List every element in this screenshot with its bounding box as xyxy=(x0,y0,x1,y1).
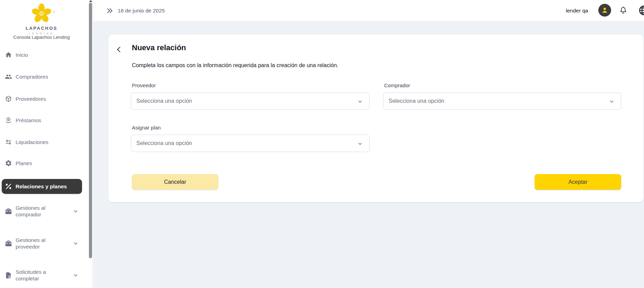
chevron-down-icon xyxy=(357,99,363,105)
sidebar-item-label: Planes xyxy=(16,160,32,166)
page-title: Nueva relación xyxy=(132,43,186,52)
sidebar-item-prestamos[interactable]: $ Préstamos xyxy=(0,113,88,127)
page-subtitle: Completa los campos con la información r… xyxy=(132,62,338,69)
sidebar-item-label: Relaciones y planes xyxy=(16,183,67,190)
scrollbar-thumb[interactable] xyxy=(89,3,92,258)
field-proveedor: Proveedor Selecciona una opción xyxy=(131,82,370,110)
sidebar-item-proveedores[interactable]: Proveedores xyxy=(0,92,88,106)
console-label: Consola Lapachos Lending xyxy=(0,35,83,40)
field-label-asignar-plan: Asignar plan xyxy=(132,125,370,130)
sidebar-item-inicio[interactable]: Inicio xyxy=(0,48,88,62)
field-label-proveedor: Proveedor xyxy=(132,82,370,88)
asignar-plan-select[interactable]: Selecciona una opción xyxy=(131,135,370,152)
briefcase-icon xyxy=(5,208,12,215)
svg-text:$: $ xyxy=(8,118,9,120)
sidebar-item-liquidaciones[interactable]: Liquidaciones xyxy=(0,135,88,149)
sidebar-item-planes[interactable]: Planes xyxy=(0,156,88,170)
sidebar-item-label: Préstamos xyxy=(16,117,41,124)
field-label-comprador: Comprador xyxy=(384,82,621,88)
cancel-button[interactable]: Cancelar xyxy=(132,174,218,190)
new-relation-card: Nueva relación Completa los campos con l… xyxy=(108,35,643,202)
field-asignar-plan: Asignar plan Selecciona una opción xyxy=(131,125,370,152)
main-content-area: Nueva relación Completa los campos con l… xyxy=(93,21,644,288)
back-chevron-icon[interactable] xyxy=(115,46,123,53)
field-comprador: Comprador Selecciona una opción xyxy=(383,82,621,110)
person-icon xyxy=(601,6,609,14)
chevron-down-icon xyxy=(73,241,79,246)
breadcrumb-date: 18 de junio de 2025 xyxy=(118,8,165,14)
user-avatar[interactable] xyxy=(598,4,611,17)
lapachos-flower-icon xyxy=(31,3,52,24)
sidebar-item-label: Proveedores xyxy=(16,96,46,102)
sidebar: ® LAPACHOS LENDING Consola Lapachos Lend… xyxy=(0,0,88,288)
users-icon xyxy=(5,73,12,80)
sidebar-item-compradores[interactable]: Compradores xyxy=(0,70,88,83)
sidebar-item-relaciones-y-planes[interactable]: Relaciones y planes xyxy=(2,179,82,194)
sidebar-item-label: Solicitudes a completar xyxy=(16,269,68,282)
coin-icon: $ xyxy=(5,117,12,124)
user-name: lender qa xyxy=(566,0,588,21)
notifications-bell-icon[interactable] xyxy=(619,6,628,16)
breadcrumb[interactable]: 18 de junio de 2025 xyxy=(106,0,165,21)
sidebar-item-label: Gestiones al comprador xyxy=(16,205,68,218)
scrollbar-up-arrow[interactable] xyxy=(89,0,92,2)
sidebar-item-gestiones-al-comprador[interactable]: Gestiones al comprador xyxy=(0,201,88,221)
accept-button[interactable]: Aceptar xyxy=(535,174,621,190)
sidebar-item-gestiones-al-proveedor[interactable]: Gestiones al proveedor xyxy=(0,234,88,253)
language-globe-icon[interactable] xyxy=(638,4,644,16)
exchange-arrows-icon xyxy=(5,138,12,146)
document-check-icon xyxy=(5,272,12,279)
app-logo: ® LAPACHOS LENDING xyxy=(0,3,83,35)
proveedor-select-placeholder: Selecciona una opción xyxy=(136,98,192,104)
sidebar-item-label: Inicio xyxy=(16,52,28,58)
gear-icon xyxy=(5,160,12,167)
brand-name: LAPACHOS xyxy=(0,26,83,31)
sidebar-item-label: Compradores xyxy=(16,73,48,80)
sidebar-divider xyxy=(93,0,93,288)
registered-mark: ® xyxy=(53,11,55,14)
percent-icon xyxy=(5,183,12,190)
asignar-plan-select-placeholder: Selecciona una opción xyxy=(136,140,192,146)
chevron-down-icon xyxy=(609,99,615,105)
briefcase-icon xyxy=(5,240,12,247)
double-chevron-right-icon xyxy=(106,7,113,14)
chevron-down-icon xyxy=(73,272,79,278)
proveedor-select[interactable]: Selecciona una opción xyxy=(131,92,370,110)
comprador-select-placeholder: Selecciona una opción xyxy=(389,98,444,104)
chevron-down-icon xyxy=(357,141,363,147)
home-icon xyxy=(5,51,12,58)
sidebar-item-label: Gestiones al proveedor xyxy=(16,237,68,250)
sidebar-item-solicitudes-a-completar[interactable]: Solicitudes a completar xyxy=(0,266,88,285)
cube-icon xyxy=(5,95,12,102)
top-header: 18 de junio de 2025 lender qa xyxy=(93,0,644,21)
comprador-select[interactable]: Selecciona una opción xyxy=(383,92,621,110)
sidebar-item-label: Liquidaciones xyxy=(16,139,48,145)
chevron-down-icon xyxy=(73,208,79,214)
sidebar-scrollbar[interactable] xyxy=(88,0,93,288)
